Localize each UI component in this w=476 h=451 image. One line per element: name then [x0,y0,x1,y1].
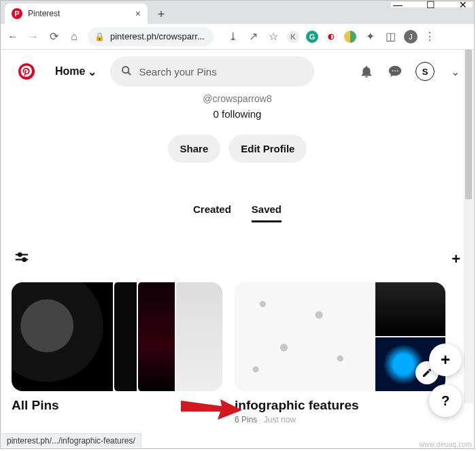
nav-reload-button[interactable]: ⟳ [47,30,61,44]
board-subtitle: 6 Pins Just now [235,415,445,424]
floating-add-button[interactable]: + [429,344,462,376]
svg-point-5 [397,70,398,71]
profile-tabs: Created Saved [12,203,463,222]
pinterest-favicon-icon: P [12,8,22,19]
sidepanel-icon[interactable]: ◫ [384,30,397,44]
svg-line-2 [128,72,131,75]
board-title: All Pins [12,398,222,413]
board-title: infographic features [235,398,445,413]
extension-grammarly-icon[interactable]: G [306,31,318,43]
board-pin-count: 6 Pins [235,415,257,424]
url-display: pinterest.ph/crowsparr... [110,31,207,41]
address-bar[interactable]: 🔒 pinterest.ph/crowsparr... [88,27,214,46]
pinterest-logo-icon[interactable] [12,56,41,86]
profile-handle: @crowsparrow8 [12,93,463,104]
extension-pinterest-icon[interactable]: ◐ [325,31,337,43]
new-tab-button[interactable]: + [152,5,171,24]
board-updated-time: Just now [264,415,296,424]
browser-menu-button[interactable]: ⋮ [424,30,435,43]
tab-close-icon[interactable]: × [135,8,141,19]
svg-point-9 [22,258,26,261]
floating-help-button[interactable]: ? [429,384,462,417]
watermark-text: www.deuaq.com [420,441,472,448]
share-page-icon[interactable]: ↗ [246,30,260,44]
browser-tab[interactable]: P Pinterest × [5,3,148,24]
home-dropdown-button[interactable]: Home ⌄ [50,59,102,85]
account-avatar[interactable]: S [415,62,435,81]
extensions-puzzle-icon[interactable]: ✦ [363,30,377,44]
browser-toolbar: ← → ⟳ ⌂ 🔒 pinterest.ph/crowsparr... ⤓ ↗ … [1,24,474,50]
edit-profile-button[interactable]: Edit Profile [228,135,307,163]
accounts-chevron-down-icon[interactable]: ⌄ [447,63,463,80]
nav-home-button[interactable]: ⌂ [67,30,81,44]
filter-sliders-icon[interactable] [14,250,29,269]
lock-icon: 🔒 [95,32,105,41]
install-app-icon[interactable]: ⤓ [226,30,239,44]
search-placeholder: Search your Pins [139,66,216,78]
svg-point-4 [394,70,396,71]
create-plus-icon[interactable]: + [452,250,460,268]
profile-avatar[interactable]: J [404,30,418,44]
messages-chat-icon[interactable] [387,63,403,80]
extension-k-icon[interactable]: K [287,31,299,43]
browser-status-bar: pinterest.ph/.../infographic-features/ [1,433,141,448]
home-label: Home [55,65,85,78]
bookmark-star-icon[interactable]: ☆ [267,30,280,44]
nav-forward-button[interactable]: → [27,30,40,44]
window-maximize-button[interactable]: ☐ [424,0,437,10]
pinterest-header: Home ⌄ Search your Pins S ⌄ [1,50,474,93]
window-minimize-button[interactable]: — [391,0,405,10]
svg-point-1 [122,67,129,73]
profile-content: @crowsparrow8 0 following Share Edit Pro… [1,93,474,435]
board-cover [12,282,222,391]
notifications-bell-icon[interactable] [358,63,375,80]
nav-back-button[interactable]: ← [6,30,20,44]
board-cover [235,282,445,391]
board-infographic-features[interactable]: infographic features 6 Pins Just now [235,282,445,424]
tab-created[interactable]: Created [193,203,231,222]
extension-circle-icon[interactable] [344,31,356,43]
chevron-down-icon: ⌄ [88,65,97,78]
following-count-link[interactable]: 0 following [12,108,463,120]
svg-point-7 [18,253,22,256]
tab-saved[interactable]: Saved [252,203,282,222]
share-button[interactable]: Share [168,135,221,163]
svg-point-3 [392,70,393,71]
tab-title: Pinterest [28,9,130,18]
search-input[interactable]: Search your Pins [110,56,314,86]
board-all-pins[interactable]: All Pins [12,282,222,424]
search-icon [121,65,132,78]
window-close-button[interactable]: ✕ [456,0,470,10]
